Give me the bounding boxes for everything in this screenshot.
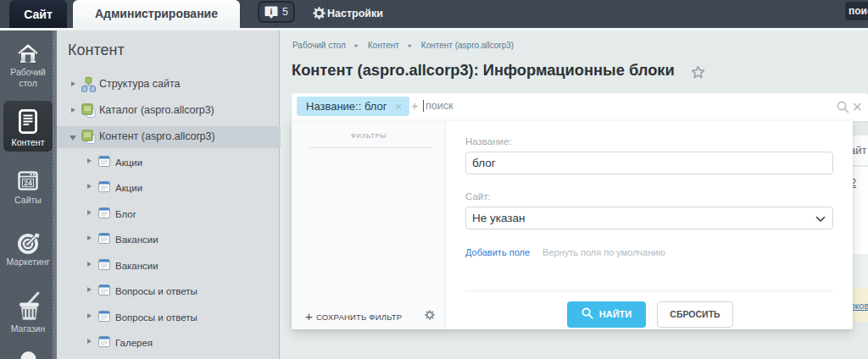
svg-text:24: 24	[24, 179, 32, 187]
svg-text:i: i	[270, 7, 273, 16]
